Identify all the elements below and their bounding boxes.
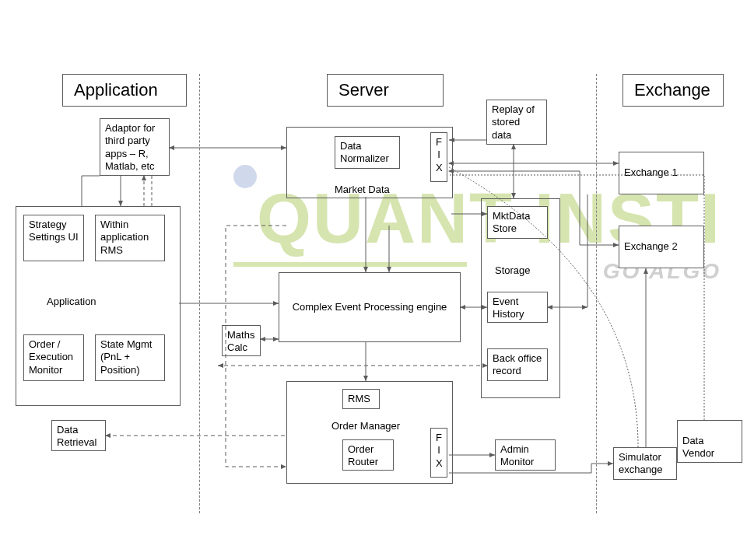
box-backoffice-record: Back office record: [487, 348, 548, 381]
box-admin-monitor: Admin Monitor: [495, 439, 556, 471]
divider-application-server: [199, 74, 200, 513]
box-event-history: Event History: [487, 292, 548, 323]
box-within-rms: Within application RMS: [95, 215, 165, 261]
heading-server: Server: [327, 74, 444, 107]
box-adaptor: Adaptor for third party apps – R, Matlab…: [100, 118, 170, 176]
label-market-data: Market Data: [335, 184, 390, 195]
box-strategy-settings: Strategy Settings UI: [23, 215, 84, 261]
label-order-manager: Order Manager: [331, 420, 400, 432]
box-fix-order: F I X: [430, 428, 447, 478]
label-storage: Storage: [495, 264, 531, 276]
heading-exchange: Exchange: [622, 74, 724, 107]
divider-server-exchange: [596, 74, 597, 513]
box-data-retrieval: Data Retrieval: [51, 420, 106, 451]
box-exchange-1: Exchange 1: [619, 152, 704, 194]
box-data-normalizer: Data Normalizer: [335, 136, 400, 169]
box-maths-calc: Maths Calc: [222, 325, 261, 356]
box-order-router: Order Router: [342, 439, 394, 471]
box-exchange-2: Exchange 2: [619, 226, 704, 268]
box-fix-market: F I X: [430, 132, 447, 182]
box-mktdata-store: MktData Store: [487, 206, 548, 239]
box-order-execution-monitor: Order / Execution Monitor: [23, 334, 84, 381]
heading-application: Application: [62, 74, 187, 107]
box-cep-engine: Complex Event Processing engine: [279, 272, 461, 342]
box-replay-stored-data: Replay of stored data: [486, 100, 547, 145]
label-application: Application: [47, 296, 96, 307]
box-simulator-exchange: Simulator exchange: [613, 447, 677, 480]
box-data-vendor: Data Vendor: [677, 420, 742, 463]
box-state-mgmt: State Mgmt (PnL + Position): [95, 334, 165, 381]
box-rms: RMS: [342, 389, 380, 409]
